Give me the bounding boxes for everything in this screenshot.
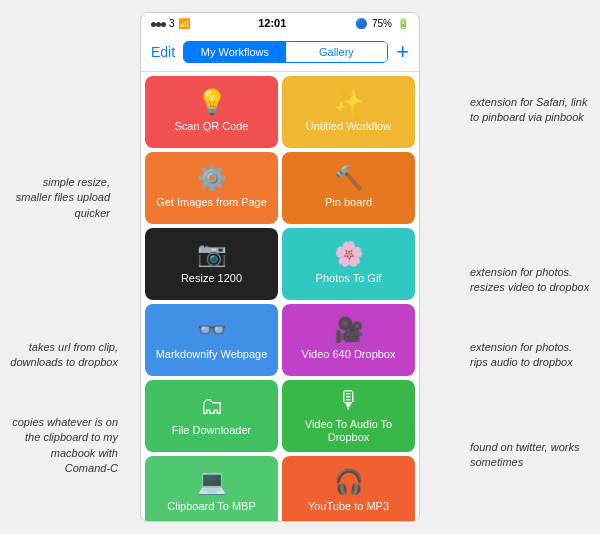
pin-board-icon: 🔨 bbox=[334, 164, 364, 192]
annotation-mid-left: simple resize, smaller files upload quic… bbox=[10, 175, 110, 221]
tab-gallery[interactable]: Gallery bbox=[286, 42, 388, 62]
tab-my-workflows[interactable]: My Workflows bbox=[184, 42, 286, 62]
resize-label: Resize 1200 bbox=[181, 272, 242, 285]
file-downloader-icon: 🗂 bbox=[200, 392, 224, 420]
status-left: 3 📶 bbox=[151, 18, 190, 29]
bluetooth-icon: 🔵 bbox=[355, 18, 367, 29]
workflow-item-video-audio[interactable]: 🎙 Video To Audio To Dropbox bbox=[282, 380, 415, 452]
scan-qr-label: Scan QR Code bbox=[175, 120, 249, 133]
resize-icon: 📷 bbox=[197, 240, 227, 268]
wifi-icon: 📶 bbox=[178, 18, 190, 29]
photos-gif-label: Photos To Gif bbox=[316, 272, 382, 285]
workflow-item-untitled[interactable]: ✨ Untitled Workflow bbox=[282, 76, 415, 148]
annotation-top-right: extension for Safari, link to pinboard v… bbox=[470, 95, 590, 126]
clipboard-icon: 💻 bbox=[197, 468, 227, 496]
annotation-mid-right: extension for photos. resizes video to d… bbox=[470, 265, 590, 296]
workflow-item-clipboard[interactable]: 💻 Clipboard To MBP bbox=[145, 456, 278, 521]
workflow-item-resize[interactable]: 📷 Resize 1200 bbox=[145, 228, 278, 300]
annotation-youtube-right: found on twitter, works sometimes bbox=[470, 440, 590, 471]
get-images-label: Get Images from Page bbox=[156, 196, 267, 209]
workflow-grid: 💡 Scan QR Code ✨ Untitled Workflow ⚙️ Ge… bbox=[141, 72, 419, 521]
get-images-icon: ⚙️ bbox=[197, 164, 227, 192]
workflow-item-markdownify[interactable]: 👓 Markdownify Webpage bbox=[145, 304, 278, 376]
video-audio-label: Video To Audio To Dropbox bbox=[286, 418, 411, 444]
clipboard-label: Clipboard To MBP bbox=[167, 500, 255, 513]
carrier-label: 3 bbox=[169, 18, 175, 29]
edit-button[interactable]: Edit bbox=[151, 44, 175, 60]
workflow-item-youtube[interactable]: 🎧 YouTube to MP3 bbox=[282, 456, 415, 521]
pin-board-label: Pin board bbox=[325, 196, 372, 209]
workflow-item-get-images[interactable]: ⚙️ Get Images from Page bbox=[145, 152, 278, 224]
untitled-label: Untitled Workflow bbox=[306, 120, 391, 133]
status-bar: 3 📶 12:01 🔵 75% 🔋 bbox=[141, 13, 419, 33]
youtube-label: YouTube to MP3 bbox=[308, 500, 389, 513]
workflow-item-photos-gif[interactable]: 🌸 Photos To Gif bbox=[282, 228, 415, 300]
add-workflow-button[interactable]: + bbox=[396, 39, 409, 65]
workflow-item-video-640[interactable]: 🎥 Video 640 Dropbox bbox=[282, 304, 415, 376]
markdownify-label: Markdownify Webpage bbox=[156, 348, 268, 361]
untitled-icon: ✨ bbox=[334, 88, 364, 116]
photos-gif-icon: 🌸 bbox=[334, 240, 364, 268]
phone: 3 📶 12:01 🔵 75% 🔋 Edit My Workflows Gall… bbox=[140, 12, 420, 522]
battery-label: 75% bbox=[372, 18, 392, 29]
status-right: 🔵 75% 🔋 bbox=[355, 18, 409, 29]
tab-group: My Workflows Gallery bbox=[183, 41, 388, 63]
workflow-item-file-downloader[interactable]: 🗂 File Downloader bbox=[145, 380, 278, 452]
video-640-icon: 🎥 bbox=[334, 316, 364, 344]
annotation-bottom-left: takes url from clip, downloads to dropbo… bbox=[8, 340, 118, 371]
markdownify-icon: 👓 bbox=[197, 316, 227, 344]
video-640-label: Video 640 Dropbox bbox=[302, 348, 396, 361]
video-audio-icon: 🎙 bbox=[337, 386, 361, 414]
annotation-bottom-right: extension for photos. rips audio to drop… bbox=[470, 340, 590, 371]
youtube-icon: 🎧 bbox=[334, 468, 364, 496]
annotation-clipboard-left: copies whatever is on the clipboard to m… bbox=[8, 415, 118, 477]
time-label: 12:01 bbox=[258, 17, 286, 29]
header: Edit My Workflows Gallery + bbox=[141, 33, 419, 72]
signal-dots bbox=[151, 18, 166, 29]
file-downloader-label: File Downloader bbox=[172, 424, 251, 437]
scan-qr-icon: 💡 bbox=[197, 88, 227, 116]
workflow-item-scan-qr[interactable]: 💡 Scan QR Code bbox=[145, 76, 278, 148]
workflow-item-pin-board[interactable]: 🔨 Pin board bbox=[282, 152, 415, 224]
battery-icon: 🔋 bbox=[397, 18, 409, 29]
